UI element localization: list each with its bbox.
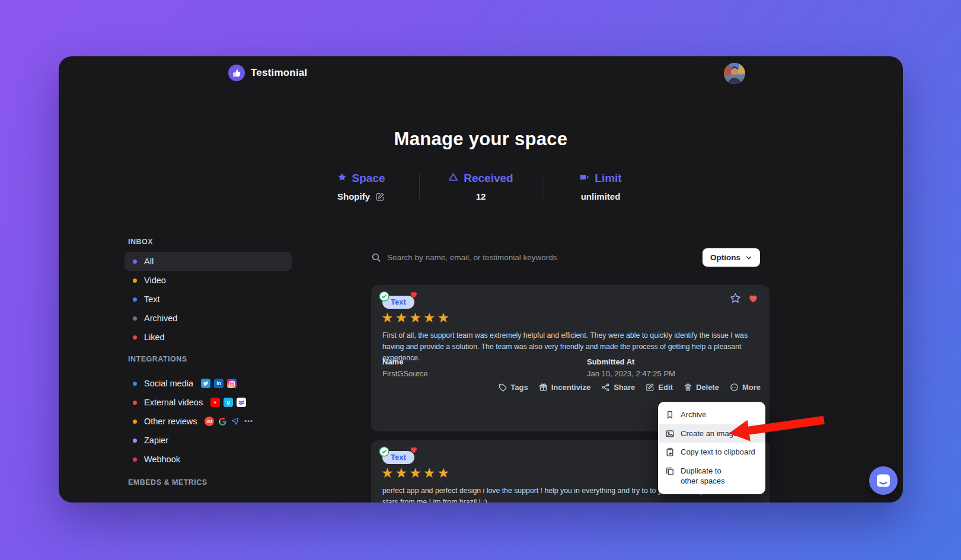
dot	[133, 457, 137, 462]
sidebar-item-label: Other reviews	[144, 417, 197, 426]
sidebar-item-other-reviews[interactable]: Other reviews G2 ⋯	[124, 412, 292, 431]
linkedin-icon: in	[214, 379, 224, 388]
space-stats: Space Shopify Received 12 Limit unlimi	[304, 172, 657, 201]
menu-item-label: Copy text to clipboard	[681, 447, 755, 457]
sidebar-item-zapier[interactable]: Zapier	[124, 431, 292, 450]
instagram-icon	[227, 379, 237, 388]
more-circle-icon	[730, 383, 739, 392]
g2-icon: G2	[205, 417, 214, 426]
stat-label: Limit	[595, 172, 621, 185]
divider	[542, 174, 542, 200]
liked-heart-icon	[410, 446, 418, 456]
liked-heart-icon	[410, 290, 418, 301]
dot	[133, 297, 137, 302]
edit-button[interactable]: Edit	[646, 383, 673, 392]
submitted-label: Submitted At	[587, 357, 675, 366]
menu-item-label: Archive	[681, 409, 706, 420]
menu-item-duplicate[interactable]: Duplicate to other spaces	[658, 462, 747, 491]
tags-button[interactable]: Tags	[498, 383, 528, 392]
search-bar: Options	[371, 248, 770, 267]
star-icon	[337, 172, 347, 185]
twitter-icon	[201, 379, 210, 388]
sidebar-item-label: Webhook	[144, 455, 180, 464]
favorite-star-icon[interactable]	[730, 293, 741, 306]
page-title: Manage your space	[59, 129, 903, 150]
youtube-icon	[210, 398, 220, 407]
stat-received: Received 12	[421, 172, 541, 201]
triangle-icon	[448, 172, 458, 185]
capterra-icon	[231, 417, 240, 426]
clipboard-icon	[665, 447, 675, 457]
edit-space-icon[interactable]	[375, 192, 385, 201]
inbox-heading: INBOX	[124, 238, 292, 246]
search-input[interactable]	[387, 253, 636, 262]
sidebar-item-label: Social media	[144, 379, 193, 388]
sidebar-item-archived[interactable]: Archived	[124, 309, 292, 328]
type-badge-group: Text	[379, 446, 426, 465]
sidebar-item-external-videos[interactable]: External videos v	[124, 393, 292, 412]
dot	[133, 335, 137, 340]
image-icon	[665, 429, 675, 439]
sidebar-item-all[interactable]: All	[124, 252, 292, 271]
sidebar-item-video[interactable]: Video	[124, 271, 292, 290]
delete-button[interactable]: Delete	[684, 383, 719, 392]
verified-check-icon	[379, 291, 389, 304]
sidebar-item-label: Liked	[144, 332, 165, 342]
dot	[133, 382, 137, 386]
tag-icon	[498, 383, 507, 392]
stat-label: Space	[352, 172, 385, 185]
stat-value: Shopify	[337, 191, 370, 201]
user-avatar[interactable]	[724, 63, 745, 84]
search-icon	[371, 252, 381, 263]
google-icon	[218, 417, 227, 426]
sidebar-item-social-media[interactable]: Social media in	[124, 374, 292, 393]
heart-icon[interactable]	[748, 294, 758, 306]
app-name: Testimonial	[251, 67, 307, 79]
divider	[419, 174, 420, 200]
menu-item-create-an-image[interactable]: Create an image	[658, 424, 765, 443]
review-text: First of all, the support team was extre…	[382, 330, 767, 364]
type-badge-group: Text	[379, 291, 426, 310]
dot	[133, 316, 137, 321]
sidebar-item-webhook[interactable]: Webhook	[124, 450, 292, 469]
name-label: Name	[382, 357, 428, 366]
thumbs-up-icon	[228, 65, 245, 81]
share-icon	[601, 383, 610, 392]
sidebar-item-liked[interactable]: Liked	[124, 328, 292, 347]
trash-icon	[684, 383, 692, 392]
bookmark-icon	[665, 410, 675, 420]
dot	[133, 439, 137, 443]
options-button[interactable]: Options	[703, 248, 760, 267]
options-button-label: Options	[710, 253, 740, 262]
chat-icon	[875, 472, 892, 489]
sidebar-item-label: All	[144, 257, 154, 266]
star-rating: ★★★★★	[381, 465, 451, 481]
vimeo-icon: v	[224, 398, 233, 407]
sidebar-item-label: External videos	[144, 398, 203, 407]
more-button[interactable]: More	[730, 383, 761, 392]
stat-value: unlimited	[581, 191, 621, 201]
menu-item-copy-text[interactable]: Copy text to clipboard	[658, 443, 765, 462]
chevron-down-icon	[745, 254, 752, 261]
incentivize-button[interactable]: Incentivize	[539, 383, 590, 392]
sidebar-item-label: Text	[144, 295, 160, 304]
dot	[133, 401, 137, 405]
action-label: Edit	[658, 383, 673, 392]
sidebar-item-label: Video	[144, 276, 166, 285]
submitted-value: Jan 10, 2023, 2:47:25 PM	[587, 369, 675, 378]
app-logo[interactable]: Testimonial	[228, 65, 307, 81]
menu-item-archive[interactable]: Archive	[658, 405, 765, 424]
sidebar-item-label: Archived	[144, 313, 177, 323]
chat-launcher-button[interactable]	[869, 466, 898, 495]
context-menu: Archive Create an image Copy text to cli…	[658, 402, 765, 494]
share-button[interactable]: Share	[601, 383, 635, 392]
sidebar-item-text[interactable]: Text	[124, 290, 292, 309]
embeds-heading: EMBEDS & METRICS	[124, 478, 292, 487]
submitted-field: Submitted At Jan 10, 2023, 2:47:25 PM	[587, 357, 675, 378]
more-integrations-icon[interactable]: ⋯	[244, 416, 253, 427]
menu-item-label: Create an image	[681, 428, 737, 439]
stat-limit: Limit unlimited	[544, 172, 657, 201]
name-field: Name FirstGSource	[382, 357, 428, 378]
action-label: Share	[614, 383, 635, 392]
gift-icon	[539, 383, 548, 392]
